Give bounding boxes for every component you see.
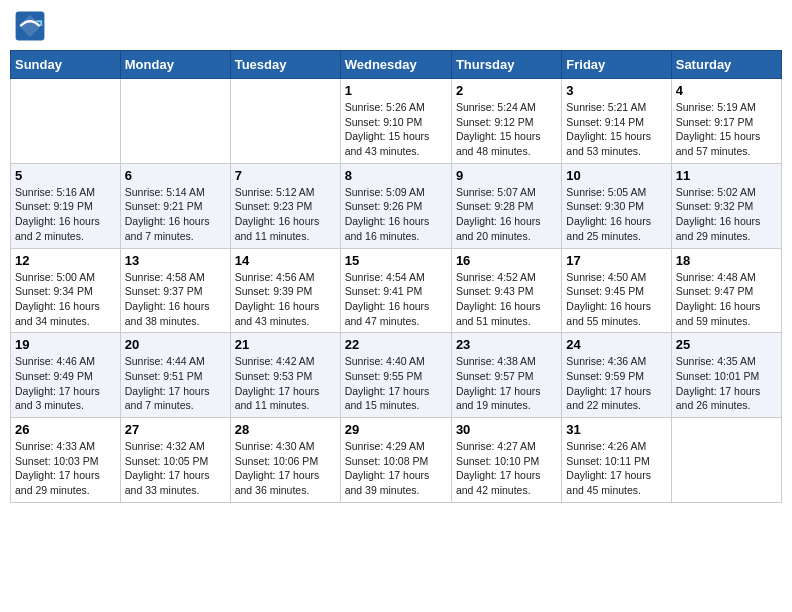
day-info: Sunrise: 4:48 AMSunset: 9:47 PMDaylight:… <box>676 270 777 329</box>
day-info: Sunrise: 5:21 AMSunset: 9:14 PMDaylight:… <box>566 100 666 159</box>
calendar-cell: 23Sunrise: 4:38 AMSunset: 9:57 PMDayligh… <box>451 333 561 418</box>
calendar-cell: 3Sunrise: 5:21 AMSunset: 9:14 PMDaylight… <box>562 79 671 164</box>
day-info: Sunrise: 5:16 AMSunset: 9:19 PMDaylight:… <box>15 185 116 244</box>
day-info: Sunrise: 5:09 AMSunset: 9:26 PMDaylight:… <box>345 185 447 244</box>
day-info: Sunrise: 5:24 AMSunset: 9:12 PMDaylight:… <box>456 100 557 159</box>
day-number: 13 <box>125 253 226 268</box>
day-info: Sunrise: 4:50 AMSunset: 9:45 PMDaylight:… <box>566 270 666 329</box>
header-row: SundayMondayTuesdayWednesdayThursdayFrid… <box>11 51 782 79</box>
day-number: 18 <box>676 253 777 268</box>
day-info: Sunrise: 4:26 AMSunset: 10:11 PMDaylight… <box>566 439 666 498</box>
calendar-cell: 26Sunrise: 4:33 AMSunset: 10:03 PMDaylig… <box>11 418 121 503</box>
header-day-sunday: Sunday <box>11 51 121 79</box>
day-number: 17 <box>566 253 666 268</box>
day-info: Sunrise: 5:07 AMSunset: 9:28 PMDaylight:… <box>456 185 557 244</box>
calendar-cell: 13Sunrise: 4:58 AMSunset: 9:37 PMDayligh… <box>120 248 230 333</box>
calendar-cell: 7Sunrise: 5:12 AMSunset: 9:23 PMDaylight… <box>230 163 340 248</box>
calendar-cell: 29Sunrise: 4:29 AMSunset: 10:08 PMDaylig… <box>340 418 451 503</box>
calendar-cell: 1Sunrise: 5:26 AMSunset: 9:10 PMDaylight… <box>340 79 451 164</box>
day-info: Sunrise: 4:46 AMSunset: 9:49 PMDaylight:… <box>15 354 116 413</box>
calendar-cell: 12Sunrise: 5:00 AMSunset: 9:34 PMDayligh… <box>11 248 121 333</box>
calendar-cell <box>230 79 340 164</box>
day-info: Sunrise: 4:32 AMSunset: 10:05 PMDaylight… <box>125 439 226 498</box>
day-number: 2 <box>456 83 557 98</box>
day-number: 1 <box>345 83 447 98</box>
calendar-cell: 5Sunrise: 5:16 AMSunset: 9:19 PMDaylight… <box>11 163 121 248</box>
week-row-3: 12Sunrise: 5:00 AMSunset: 9:34 PMDayligh… <box>11 248 782 333</box>
day-number: 20 <box>125 337 226 352</box>
calendar-cell: 18Sunrise: 4:48 AMSunset: 9:47 PMDayligh… <box>671 248 781 333</box>
day-number: 19 <box>15 337 116 352</box>
day-info: Sunrise: 4:58 AMSunset: 9:37 PMDaylight:… <box>125 270 226 329</box>
day-number: 8 <box>345 168 447 183</box>
calendar-cell: 28Sunrise: 4:30 AMSunset: 10:06 PMDaylig… <box>230 418 340 503</box>
week-row-1: 1Sunrise: 5:26 AMSunset: 9:10 PMDaylight… <box>11 79 782 164</box>
day-info: Sunrise: 4:30 AMSunset: 10:06 PMDaylight… <box>235 439 336 498</box>
day-info: Sunrise: 5:02 AMSunset: 9:32 PMDaylight:… <box>676 185 777 244</box>
calendar-cell: 24Sunrise: 4:36 AMSunset: 9:59 PMDayligh… <box>562 333 671 418</box>
week-row-5: 26Sunrise: 4:33 AMSunset: 10:03 PMDaylig… <box>11 418 782 503</box>
calendar-cell: 10Sunrise: 5:05 AMSunset: 9:30 PMDayligh… <box>562 163 671 248</box>
calendar-cell: 11Sunrise: 5:02 AMSunset: 9:32 PMDayligh… <box>671 163 781 248</box>
day-number: 26 <box>15 422 116 437</box>
calendar-cell: 8Sunrise: 5:09 AMSunset: 9:26 PMDaylight… <box>340 163 451 248</box>
calendar-cell <box>120 79 230 164</box>
day-number: 29 <box>345 422 447 437</box>
calendar-cell: 22Sunrise: 4:40 AMSunset: 9:55 PMDayligh… <box>340 333 451 418</box>
calendar-cell: 17Sunrise: 4:50 AMSunset: 9:45 PMDayligh… <box>562 248 671 333</box>
calendar-body: 1Sunrise: 5:26 AMSunset: 9:10 PMDaylight… <box>11 79 782 503</box>
day-number: 24 <box>566 337 666 352</box>
day-number: 9 <box>456 168 557 183</box>
calendar-cell <box>671 418 781 503</box>
calendar-cell <box>11 79 121 164</box>
calendar-cell: 6Sunrise: 5:14 AMSunset: 9:21 PMDaylight… <box>120 163 230 248</box>
day-info: Sunrise: 4:42 AMSunset: 9:53 PMDaylight:… <box>235 354 336 413</box>
calendar-cell: 15Sunrise: 4:54 AMSunset: 9:41 PMDayligh… <box>340 248 451 333</box>
day-number: 15 <box>345 253 447 268</box>
calendar-cell: 2Sunrise: 5:24 AMSunset: 9:12 PMDaylight… <box>451 79 561 164</box>
calendar-cell: 9Sunrise: 5:07 AMSunset: 9:28 PMDaylight… <box>451 163 561 248</box>
day-number: 14 <box>235 253 336 268</box>
day-number: 7 <box>235 168 336 183</box>
calendar-cell: 30Sunrise: 4:27 AMSunset: 10:10 PMDaylig… <box>451 418 561 503</box>
calendar-cell: 31Sunrise: 4:26 AMSunset: 10:11 PMDaylig… <box>562 418 671 503</box>
day-info: Sunrise: 5:05 AMSunset: 9:30 PMDaylight:… <box>566 185 666 244</box>
day-number: 27 <box>125 422 226 437</box>
week-row-4: 19Sunrise: 4:46 AMSunset: 9:49 PMDayligh… <box>11 333 782 418</box>
day-info: Sunrise: 4:35 AMSunset: 10:01 PMDaylight… <box>676 354 777 413</box>
calendar-header: SundayMondayTuesdayWednesdayThursdayFrid… <box>11 51 782 79</box>
day-info: Sunrise: 4:38 AMSunset: 9:57 PMDaylight:… <box>456 354 557 413</box>
day-info: Sunrise: 4:36 AMSunset: 9:59 PMDaylight:… <box>566 354 666 413</box>
day-number: 3 <box>566 83 666 98</box>
header-day-friday: Friday <box>562 51 671 79</box>
day-info: Sunrise: 4:33 AMSunset: 10:03 PMDaylight… <box>15 439 116 498</box>
day-info: Sunrise: 4:52 AMSunset: 9:43 PMDaylight:… <box>456 270 557 329</box>
day-info: Sunrise: 4:44 AMSunset: 9:51 PMDaylight:… <box>125 354 226 413</box>
header-day-saturday: Saturday <box>671 51 781 79</box>
page-header <box>10 10 782 42</box>
day-number: 4 <box>676 83 777 98</box>
day-info: Sunrise: 5:12 AMSunset: 9:23 PMDaylight:… <box>235 185 336 244</box>
calendar-cell: 20Sunrise: 4:44 AMSunset: 9:51 PMDayligh… <box>120 333 230 418</box>
logo <box>14 10 50 42</box>
header-day-thursday: Thursday <box>451 51 561 79</box>
header-day-wednesday: Wednesday <box>340 51 451 79</box>
calendar-cell: 14Sunrise: 4:56 AMSunset: 9:39 PMDayligh… <box>230 248 340 333</box>
day-number: 28 <box>235 422 336 437</box>
day-info: Sunrise: 4:56 AMSunset: 9:39 PMDaylight:… <box>235 270 336 329</box>
calendar-cell: 16Sunrise: 4:52 AMSunset: 9:43 PMDayligh… <box>451 248 561 333</box>
week-row-2: 5Sunrise: 5:16 AMSunset: 9:19 PMDaylight… <box>11 163 782 248</box>
day-info: Sunrise: 5:00 AMSunset: 9:34 PMDaylight:… <box>15 270 116 329</box>
calendar-cell: 27Sunrise: 4:32 AMSunset: 10:05 PMDaylig… <box>120 418 230 503</box>
day-number: 30 <box>456 422 557 437</box>
day-number: 5 <box>15 168 116 183</box>
day-info: Sunrise: 4:54 AMSunset: 9:41 PMDaylight:… <box>345 270 447 329</box>
day-info: Sunrise: 5:19 AMSunset: 9:17 PMDaylight:… <box>676 100 777 159</box>
calendar-cell: 25Sunrise: 4:35 AMSunset: 10:01 PMDaylig… <box>671 333 781 418</box>
calendar-cell: 21Sunrise: 4:42 AMSunset: 9:53 PMDayligh… <box>230 333 340 418</box>
day-number: 21 <box>235 337 336 352</box>
day-info: Sunrise: 4:29 AMSunset: 10:08 PMDaylight… <box>345 439 447 498</box>
day-number: 11 <box>676 168 777 183</box>
day-number: 10 <box>566 168 666 183</box>
day-info: Sunrise: 4:40 AMSunset: 9:55 PMDaylight:… <box>345 354 447 413</box>
